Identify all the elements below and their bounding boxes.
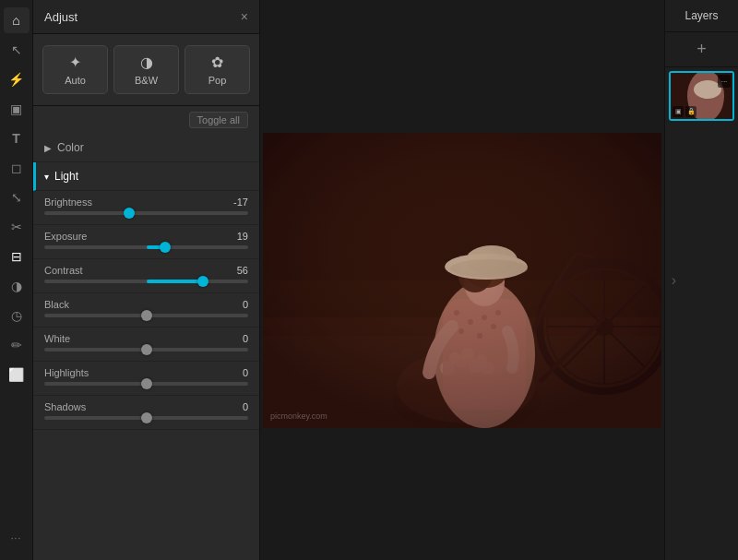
shadows-label: Shadows [44,401,86,412]
white-value: 0 [226,333,248,344]
exposure-thumb[interactable] [160,242,171,253]
panel-title: Adjust [44,10,77,24]
color-chevron-icon: ▶ [44,143,52,153]
contrast-slider-group: Contrast 56 [33,259,259,293]
exposure-value: 19 [226,231,248,242]
color-section-label: Color [57,141,84,154]
more-tools-icon[interactable]: ··· [4,525,30,551]
home-icon[interactable]: ⌂ [4,7,30,33]
main-canvas-area: picmonkey.com › [260,0,664,560]
black-slider-group: Black 0 [33,293,259,328]
white-slider-group: White 0 [33,328,259,362]
sections-container: ▶ Color ▾ Light Brightness -17 Exposure … [33,134,259,560]
add-layer-button[interactable]: + [665,32,738,67]
layer-lock-icon: 🔒 [685,106,696,117]
shapes-icon[interactable]: ◻ [4,155,30,181]
pop-icon: ✿ [211,54,223,71]
svg-rect-42 [263,133,661,428]
layer-more-button[interactable]: ··· [718,75,731,88]
contrast-value: 56 [226,265,248,276]
layers-tool-icon[interactable]: ▣ [4,96,30,122]
contrast-track[interactable] [44,280,248,283]
layer-image-icon: ▣ [673,106,684,117]
white-label: White [44,333,70,344]
expand-canvas-button[interactable]: › [672,272,676,289]
crop-icon[interactable]: ⤡ [4,185,30,210]
white-thumb[interactable] [141,344,152,355]
auto-button[interactable]: ✦ Auto [42,45,108,94]
light-section-label: Light [54,170,78,183]
black-thumb[interactable] [141,310,152,321]
shadows-value: 0 [226,401,248,412]
brightness-value: -17 [226,197,248,208]
shadows-thumb[interactable] [141,412,152,423]
brightness-thumb[interactable] [124,208,135,219]
white-label-row: White 0 [44,333,248,344]
brightness-label-row: Brightness -17 [44,197,248,208]
auto-label: Auto [65,75,86,86]
eraser-icon[interactable]: ⬜ [4,362,30,387]
exposure-track[interactable] [44,245,248,249]
highlights-track[interactable] [44,382,248,386]
tone-icon[interactable]: ◑ [4,273,30,299]
toggle-all-row: Toggle all [33,106,259,134]
photo-canvas: picmonkey.com [263,133,661,428]
pen-icon[interactable]: ✏ [4,332,30,358]
photo-scene-svg [263,133,661,428]
brightness-label: Brightness [44,197,92,208]
photo-container: picmonkey.com › [263,133,661,428]
exposure-label-row: Exposure 19 [44,231,248,242]
left-toolbar: ⌂ ↖ ⚡ ▣ T ◻ ⤡ ✂ ⊟ ◑ ◷ ✏ ⬜ ··· [0,0,33,560]
contrast-thumb[interactable] [197,276,208,287]
exposure-slider-group: Exposure 19 [33,225,259,259]
black-track[interactable] [44,314,248,317]
adjust-panel: Adjust × ✦ Auto ◑ B&W ✿ Pop Toggle all ▶… [33,0,260,560]
highlights-label: Highlights [44,367,89,378]
layers-header: Layers [665,0,738,32]
highlights-label-row: Highlights 0 [44,367,248,378]
black-value: 0 [226,299,248,310]
brightness-track[interactable] [44,211,248,215]
select-icon[interactable]: ↖ [4,37,30,63]
panel-close-button[interactable]: × [241,9,248,24]
brightness-slider-group: Brightness -17 [33,191,259,225]
history-icon[interactable]: ◷ [4,303,30,328]
highlights-thumb[interactable] [141,378,152,389]
toggle-all-button[interactable]: Toggle all [189,112,248,128]
scissors-icon[interactable]: ✂ [4,214,30,240]
pop-label: Pop [208,75,227,86]
shadows-slider-group: Shadows 0 [33,396,259,430]
shadows-track[interactable] [44,416,248,420]
light-section-header[interactable]: ▾ Light [33,162,259,191]
color-section-header[interactable]: ▶ Color [33,134,259,162]
tool-buttons-row: ✦ Auto ◑ B&W ✿ Pop [33,34,259,106]
light-chevron-icon: ▾ [44,172,49,182]
text-icon[interactable]: T [4,125,30,151]
layer-thumbnail[interactable]: ··· ▣ 🔒 [669,71,734,121]
auto-icon: ✦ [69,54,81,71]
exposure-label: Exposure [44,231,87,242]
panel-header: Adjust × [33,0,259,34]
black-label: Black [44,299,69,310]
shadows-label-row: Shadows 0 [44,401,248,412]
contrast-label: Contrast [44,265,83,276]
lightning-icon[interactable]: ⚡ [4,66,30,92]
watermark: picmonkey.com [270,411,327,421]
layer-options-overlay: ··· [718,75,731,88]
highlights-value: 0 [226,367,248,378]
black-label-row: Black 0 [44,299,248,310]
pop-button[interactable]: ✿ Pop [184,45,250,94]
bw-button[interactable]: ◑ B&W [113,45,179,94]
highlights-slider-group: Highlights 0 [33,362,259,396]
bw-label: B&W [135,75,158,86]
white-track[interactable] [44,348,248,351]
bw-icon: ◑ [140,54,153,71]
adjust-icon[interactable]: ⊟ [4,244,30,269]
layer-bottom-icons: ▣ 🔒 [673,106,696,117]
contrast-label-row: Contrast 56 [44,265,248,276]
